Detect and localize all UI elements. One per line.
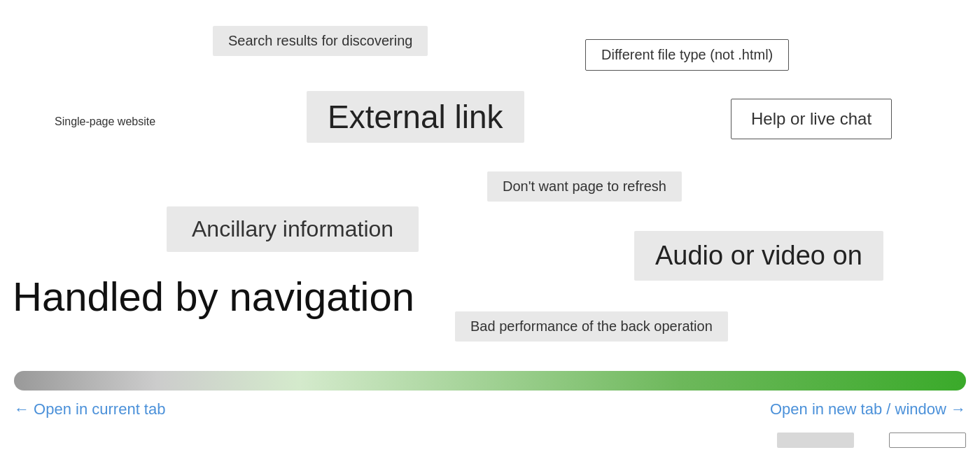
open-new-tab-label: Open in new tab / window → [770, 400, 966, 419]
bottom-box-2 [889, 433, 966, 448]
gradient-bar [14, 371, 966, 391]
external-link-label: External link [307, 91, 524, 143]
bottom-box-1 [777, 433, 854, 448]
open-current-tab-label: ← Open in current tab [14, 400, 165, 419]
bad-perf-label: Bad performance of the back operation [455, 311, 728, 342]
no-refresh-label: Don't want page to refresh [487, 171, 682, 202]
main-canvas: Search results for discovering Different… [0, 0, 980, 464]
single-page-label: Single-page website [55, 115, 155, 128]
different-file-label: Different file type (not .html) [585, 39, 789, 71]
audio-video-label: Audio or video on [634, 231, 883, 281]
ancillary-label: Ancillary information [167, 206, 419, 252]
handled-nav-label: Handled by navigation [13, 273, 414, 320]
bar-track [14, 371, 966, 391]
help-chat-label: Help or live chat [731, 99, 892, 139]
search-results-label: Search results for discovering [213, 26, 428, 56]
